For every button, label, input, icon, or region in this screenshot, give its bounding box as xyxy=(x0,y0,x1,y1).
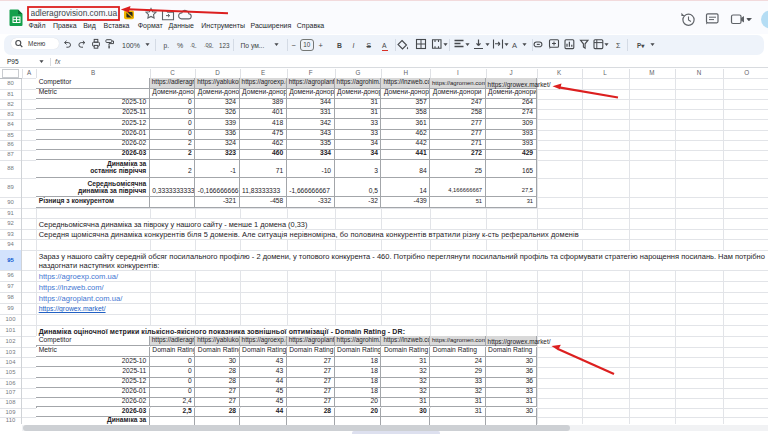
svg-text:A: A xyxy=(512,41,517,50)
